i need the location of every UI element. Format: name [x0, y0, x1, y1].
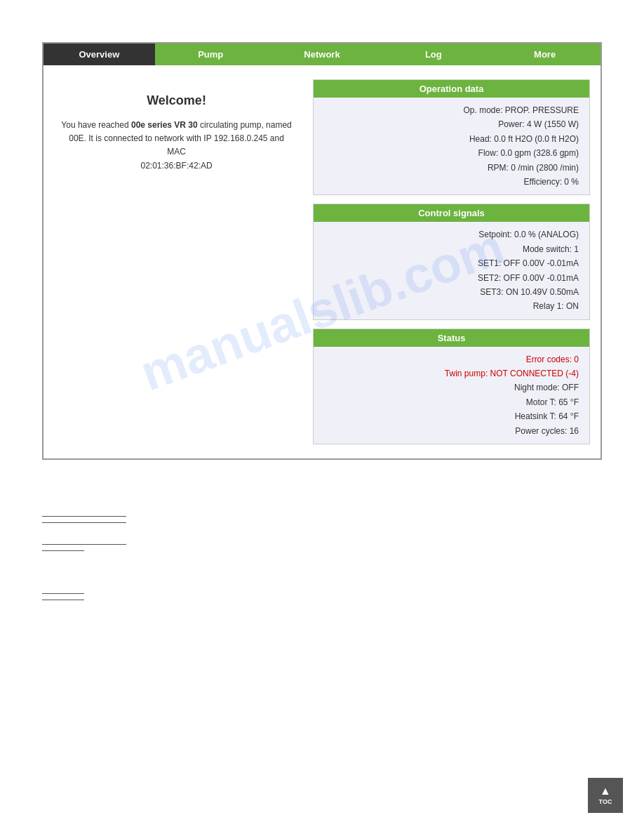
line-6: [42, 600, 84, 600]
control-signals-body: Setpoint: 0.0 % (ANALOG) Mode switch: 1 …: [314, 222, 589, 319]
line-5: [42, 593, 84, 594]
main-content-box: Overview Pump Network Log More Welcome! …: [42, 42, 602, 460]
line-group-1: [42, 516, 602, 523]
nav-item-log[interactable]: Log: [377, 44, 489, 65]
op-row-4: RPM: 0 /min (2800 /min): [324, 161, 579, 175]
op-row-5: Efficiency: 0 %: [324, 175, 579, 189]
cs-row-3: SET2: OFF 0.00V -0.01mA: [324, 271, 579, 285]
cs-row-2: SET1: OFF 0.00V -0.01mA: [324, 256, 579, 270]
operation-data-header: Operation data: [314, 80, 589, 98]
toc-button[interactable]: ▲ TOC: [588, 778, 623, 813]
op-row-0: Op. mode: PROP. PRESSURE: [324, 103, 579, 117]
cs-row-1: Mode switch: 1: [324, 242, 579, 256]
status-row-5: Power cycles: 16: [324, 424, 579, 438]
operation-data-body: Op. mode: PROP. PRESSURE Power: 4 W (155…: [314, 98, 589, 194]
welcome-title: Welcome!: [61, 93, 292, 108]
toc-label: TOC: [599, 798, 612, 805]
line-4: [42, 550, 84, 551]
cs-row-0: Setpoint: 0.0 % (ANALOG): [324, 227, 579, 241]
op-row-1: Power: 4 W (1550 W): [324, 117, 579, 131]
bottom-lines: [0, 488, 644, 649]
line-3: [42, 544, 126, 545]
right-panel: Operation data Op. mode: PROP. PRESSURE …: [313, 79, 590, 444]
status-row-3: Motor T: 65 °F: [324, 395, 579, 409]
nav-item-pump[interactable]: Pump: [155, 44, 267, 65]
operation-data-card: Operation data Op. mode: PROP. PRESSURE …: [313, 79, 590, 195]
line-group-2: [42, 544, 602, 551]
status-row-0: Error codes: 0: [324, 352, 579, 366]
status-row-2: Night mode: OFF: [324, 380, 579, 395]
status-header: Status: [314, 329, 589, 347]
op-row-3: Flow: 0.0 gpm (328.6 gpm): [324, 146, 579, 160]
mac-address: 02:01:36:BF:42:AD: [141, 161, 213, 171]
line-group-3: [42, 593, 602, 600]
nav-item-overview[interactable]: Overview: [43, 44, 155, 65]
welcome-panel: Welcome! You have reached 00e series VR …: [54, 79, 299, 444]
status-row-1: Twin pump: NOT CONNECTED (-4): [324, 366, 579, 380]
cs-row-4: SET3: ON 10.49V 0.50mA: [324, 285, 579, 299]
pump-name-bold: 00e series VR 30: [131, 120, 198, 130]
line-2: [42, 522, 126, 523]
status-card: Status Error codes: 0 Twin pump: NOT CON…: [313, 329, 590, 444]
status-row-4: Heatsink T: 64 °F: [324, 409, 579, 423]
navigation-bar: Overview Pump Network Log More: [43, 44, 601, 65]
toc-arrow-icon: ▲: [600, 786, 611, 797]
nav-item-network[interactable]: Network: [267, 44, 378, 65]
cs-row-5: Relay 1: ON: [324, 299, 579, 313]
status-body: Error codes: 0 Twin pump: NOT CONNECTED …: [314, 347, 589, 444]
nav-item-more[interactable]: More: [489, 44, 601, 65]
control-signals-header: Control signals: [314, 204, 589, 222]
control-signals-card: Control signals Setpoint: 0.0 % (ANALOG)…: [313, 204, 590, 319]
content-area: Welcome! You have reached 00e series VR …: [43, 65, 601, 458]
op-row-2: Head: 0.0 ft H2O (0.0 ft H2O): [324, 132, 579, 146]
welcome-text: You have reached 00e series VR 30 circul…: [61, 119, 292, 173]
line-1: [42, 516, 126, 517]
